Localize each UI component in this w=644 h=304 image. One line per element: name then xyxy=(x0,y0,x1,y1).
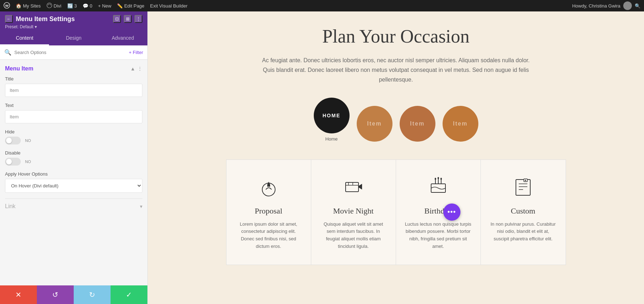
proposal-text: Lorem ipsum dolor sit amet, consectetur … xyxy=(235,221,302,250)
movie-night-title: Movie Night xyxy=(333,206,374,216)
hide-label: Hide xyxy=(5,129,142,134)
panel-body: Menu Item ▲ ⋮ Title Text Hide xyxy=(0,60,147,285)
svg-text:★: ★ xyxy=(524,179,527,182)
text-label: Text xyxy=(5,103,142,108)
new-button[interactable]: + New xyxy=(98,3,111,9)
action-bar: ✕ ↺ ↻ ✓ xyxy=(0,285,147,304)
nav-item-2: Item xyxy=(400,106,435,142)
save-button[interactable]: ✓ xyxy=(111,285,147,304)
nav-item-1: Item xyxy=(357,106,392,142)
disable-toggle[interactable] xyxy=(5,158,21,166)
search-input[interactable] xyxy=(14,50,126,55)
nav-circle-3[interactable]: Item xyxy=(443,106,478,142)
tab-content[interactable]: Content xyxy=(0,31,49,45)
redo-icon: ↻ xyxy=(89,290,95,299)
svg-point-13 xyxy=(435,178,436,180)
custom-text: In non pulvinar purus. Curabitur nisi od… xyxy=(489,221,557,243)
hover-options-field-group: Apply Hover Options On Hover (Divi defau… xyxy=(5,171,142,193)
search-bar: 🔍 + Filter xyxy=(0,45,147,60)
disable-toggle-label: NO xyxy=(25,160,31,164)
tab-design[interactable]: Design xyxy=(49,31,98,45)
disable-label: Disable xyxy=(5,150,142,156)
custom-title: Custom xyxy=(511,206,535,216)
title-field-group: Title xyxy=(5,76,142,97)
grid-icon-button[interactable]: ⊞ xyxy=(124,15,132,23)
filter-button[interactable]: + Filter xyxy=(129,50,143,55)
home-icon: 🏠 xyxy=(16,3,21,9)
divi-button[interactable]: Divi xyxy=(47,3,62,9)
section-options-button[interactable]: ⋮ xyxy=(137,66,142,72)
divi-icon xyxy=(47,3,52,9)
avatar xyxy=(623,1,632,10)
text-input[interactable] xyxy=(5,110,142,123)
nav-item-3: Item xyxy=(443,106,478,142)
menu-item-section-title: Menu Item xyxy=(5,65,33,72)
occasion-cards: Proposal Lorem ipsum dolor sit amet, con… xyxy=(226,160,566,265)
comment-icon: 💬 xyxy=(83,3,88,9)
title-input[interactable] xyxy=(5,84,142,97)
settings-panel: ← Menu Item Settings ⊡ ⊞ ⋮ Preset: Defau… xyxy=(0,11,148,304)
link-section-title: Link xyxy=(5,203,15,210)
cancel-button[interactable]: ✕ xyxy=(0,285,37,304)
refresh-icon: 🔄 xyxy=(67,3,73,9)
restore-icon-button[interactable]: ⊡ xyxy=(113,15,121,23)
wp-logo-button[interactable]: W xyxy=(4,2,10,10)
nav-item-home: HOME Home xyxy=(314,98,350,142)
text-field-group: Text xyxy=(5,103,142,123)
nav-circle-2-label: Item xyxy=(410,121,425,127)
svg-point-2 xyxy=(47,3,52,8)
edit-icon: ✏️ xyxy=(117,3,123,9)
user-label: Howdy, Christina Gwira xyxy=(572,3,620,9)
card-birthday: Birthday Luctus lectus non quisque turpi… xyxy=(396,160,481,265)
hide-field-group: Hide NO xyxy=(5,129,142,144)
floating-action-button[interactable]: ••• xyxy=(443,204,460,221)
nav-circle-3-label: Item xyxy=(453,121,468,127)
redo-button[interactable]: ↻ xyxy=(74,285,111,304)
check-icon: ✓ xyxy=(126,290,132,299)
hide-toggle[interactable] xyxy=(5,137,21,144)
search-bar-icon[interactable]: 🔍 xyxy=(635,3,640,9)
proposal-title: Proposal xyxy=(255,206,282,216)
panel-header: ← Menu Item Settings ⊡ ⊞ ⋮ Preset: Defau… xyxy=(0,11,147,31)
card-movie-night: Movie Night Quisque aliquet velit sit am… xyxy=(311,160,396,265)
updates-button[interactable]: 🔄 3 xyxy=(67,3,77,9)
card-proposal: Proposal Lorem ipsum dolor sit amet, con… xyxy=(226,160,311,265)
link-section-toggle[interactable]: Link ▾ xyxy=(5,198,142,214)
nav-circle-1[interactable]: Item xyxy=(357,106,392,142)
home-circle-sublabel: Home xyxy=(325,136,338,142)
wordpress-admin-bar: W 🏠 My Sites Divi 🔄 3 💬 0 + New ✏️ Edit … xyxy=(0,0,644,11)
svg-rect-5 xyxy=(267,185,270,187)
movie-night-text: Quisque aliquet velit sit amet sem inter… xyxy=(320,221,387,250)
svg-rect-17 xyxy=(516,180,530,195)
panel-title: Menu Item Settings xyxy=(16,15,110,23)
edit-page-button[interactable]: ✏️ Edit Page xyxy=(117,3,144,9)
svg-point-15 xyxy=(440,178,442,180)
tab-advanced[interactable]: Advanced xyxy=(98,31,147,45)
nav-circle-2[interactable]: Item xyxy=(400,106,435,142)
movie-night-icon xyxy=(341,174,366,199)
card-custom: ★ Custom In non pulvinar purus. Curabitu… xyxy=(481,160,566,265)
my-sites-button[interactable]: 🏠 My Sites xyxy=(16,3,41,9)
more-options-button[interactable]: ⋮ xyxy=(135,15,142,23)
birthday-icon xyxy=(426,174,451,199)
preview-area: Plan Your Occasion Ac feugiat ante. Done… xyxy=(148,11,644,304)
undo-button[interactable]: ↺ xyxy=(37,285,74,304)
cancel-icon: ✕ xyxy=(15,290,21,299)
preset-selector[interactable]: Preset: Default ▾ xyxy=(5,24,142,29)
user-info: Howdy, Christina Gwira 🔍 xyxy=(572,1,640,10)
page-subtext: Ac feugiat ante. Donec ultricies loborti… xyxy=(257,55,536,85)
svg-point-14 xyxy=(438,177,439,179)
menu-item-section-header: Menu Item ▲ ⋮ xyxy=(5,65,142,72)
birthday-text: Luctus lectus non quisque turpis bibendu… xyxy=(405,221,472,250)
chevron-down-icon: ▾ xyxy=(140,204,142,209)
home-nav-circle[interactable]: HOME xyxy=(314,98,350,133)
comments-button[interactable]: 💬 0 xyxy=(83,3,92,9)
collapse-section-button[interactable]: ▲ xyxy=(130,66,135,72)
wp-logo-icon: W xyxy=(4,2,10,10)
hover-options-select[interactable]: On Hover (Divi default) Always Never xyxy=(5,179,142,193)
back-button[interactable]: ← xyxy=(5,15,13,23)
home-circle-label: HOME xyxy=(323,113,341,118)
fab-dots-icon: ••• xyxy=(447,208,456,216)
svg-rect-6 xyxy=(346,182,358,192)
exit-builder-button[interactable]: Exit Visual Builder xyxy=(150,3,188,9)
